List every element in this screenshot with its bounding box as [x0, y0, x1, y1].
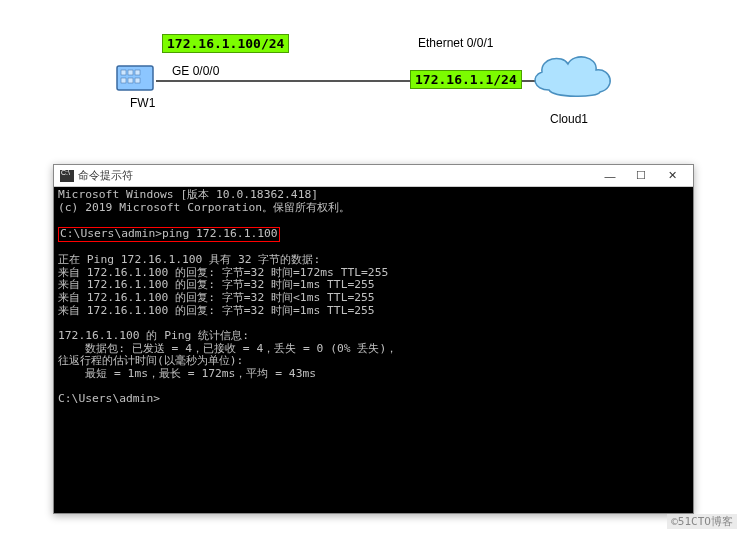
maximize-button[interactable]: ☐ [626, 167, 656, 185]
out-line: 172.16.1.100 的 Ping 统计信息: [58, 329, 249, 342]
out-line: 最短 = 1ms，最长 = 172ms，平均 = 43ms [58, 367, 316, 380]
title-bar: 命令提示符 ― ☐ ✕ [54, 165, 693, 187]
watermark: ©51CTO博客 [667, 514, 737, 529]
window-title: 命令提示符 [78, 168, 133, 183]
out-line: 往返行程的估计时间(以毫秒为单位): [58, 354, 243, 367]
device-label-fw1: FW1 [130, 96, 155, 110]
minimize-button[interactable]: ― [595, 167, 625, 185]
ip-badge-right: 172.16.1.1/24 [410, 70, 522, 89]
out-line: 来自 172.16.1.100 的回复: 字节=32 时间=1ms TTL=25… [58, 278, 375, 291]
svg-rect-6 [135, 78, 140, 83]
network-topology: 172.16.1.100/24 172.16.1.1/24 GE 0/0/0 E… [0, 20, 749, 160]
firewall-icon [115, 60, 155, 94]
window-controls: ― ☐ ✕ [595, 167, 687, 185]
out-line: 正在 Ping 172.16.1.100 具有 32 字节的数据: [58, 253, 320, 266]
svg-rect-4 [121, 78, 126, 83]
device-label-cloud1: Cloud1 [550, 112, 588, 126]
cmd-icon [60, 170, 74, 182]
out-line: 数据包: 已发送 = 4，已接收 = 4，丢失 = 0 (0% 丢失)， [58, 342, 397, 355]
prompt: C:\Users\admin> [58, 392, 160, 405]
interface-label-eth: Ethernet 0/0/1 [418, 36, 493, 50]
out-line: 来自 172.16.1.100 的回复: 字节=32 时间=1ms TTL=25… [58, 304, 375, 317]
out-line: (c) 2019 Microsoft Corporation。保留所有权利。 [58, 201, 350, 214]
close-button[interactable]: ✕ [657, 167, 687, 185]
interface-label-ge: GE 0/0/0 [172, 64, 219, 78]
out-line: 来自 172.16.1.100 的回复: 字节=32 时间<1ms TTL=25… [58, 291, 375, 304]
ip-badge-left: 172.16.1.100/24 [162, 34, 289, 53]
svg-rect-5 [128, 78, 133, 83]
terminal-output[interactable]: Microsoft Windows [版本 10.0.18362.418] (c… [54, 187, 693, 513]
cloud-icon [524, 44, 619, 108]
out-line: 来自 172.16.1.100 的回复: 字节=32 时间=172ms TTL=… [58, 266, 388, 279]
svg-rect-2 [128, 70, 133, 75]
out-line: Microsoft Windows [版本 10.0.18362.418] [58, 188, 318, 201]
highlighted-command: C:\Users\admin>ping 172.16.1.100 [58, 227, 280, 242]
svg-rect-3 [135, 70, 140, 75]
svg-rect-1 [121, 70, 126, 75]
terminal-window: 命令提示符 ― ☐ ✕ Microsoft Windows [版本 10.0.1… [53, 164, 694, 514]
